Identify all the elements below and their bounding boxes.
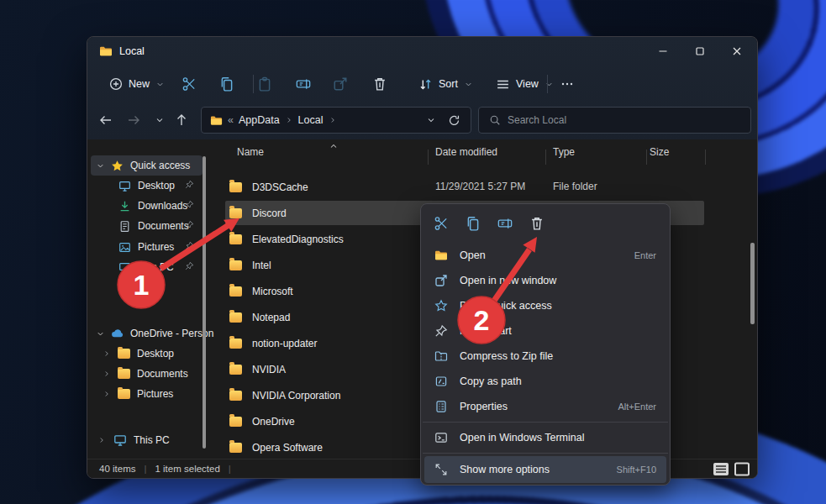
sidebar-item-label: Desktop — [138, 180, 175, 192]
sidebar-item-onedrive-desktop[interactable]: Desktop — [91, 344, 203, 364]
file-type: File folder — [553, 181, 597, 192]
share-button[interactable] — [325, 69, 355, 99]
menu-item-copy-as-path[interactable]: Copy as path — [424, 369, 666, 394]
menu-item-pin-to-start[interactable]: Pin to Start — [424, 318, 666, 344]
folder-icon — [118, 349, 130, 359]
column-divider[interactable] — [646, 150, 647, 165]
refresh-icon[interactable] — [448, 114, 460, 127]
file-row[interactable]: ElevatedDiagnostics — [225, 227, 344, 251]
close-button[interactable] — [718, 37, 755, 65]
forward-button[interactable] — [121, 108, 146, 133]
toolbar-divider — [547, 75, 548, 93]
large-icons-view-button[interactable] — [734, 462, 750, 476]
monitor-icon — [113, 433, 127, 447]
chevron-right-icon[interactable] — [97, 436, 106, 444]
new-button[interactable]: New — [101, 70, 173, 98]
menu-item-label: Open in Windows Terminal — [460, 432, 584, 444]
column-divider[interactable] — [428, 150, 429, 165]
sidebar-scrollbar[interactable] — [203, 156, 206, 449]
item-count: 40 items — [99, 464, 135, 474]
copy-button[interactable] — [460, 210, 487, 237]
view-button[interactable]: View — [488, 70, 561, 98]
sidebar-item-quick-access[interactable]: Quick access — [91, 155, 203, 176]
menu-item-open[interactable]: Open Enter — [424, 243, 666, 268]
sort-button[interactable]: Sort — [411, 70, 481, 98]
sidebar-item-pictures[interactable]: Pictures — [91, 237, 203, 257]
menu-item-pin-quick-access[interactable]: Pin to Quick access — [424, 293, 666, 318]
file-row-d3dscache[interactable]: D3DSCache — [225, 175, 308, 199]
cut-button[interactable] — [428, 210, 455, 237]
sidebar-item-this-pc-pinned[interactable]: This PC — [91, 257, 203, 277]
pin-icon — [185, 241, 194, 250]
rename-button[interactable] — [288, 69, 318, 99]
file-row[interactable]: NVIDIA — [225, 357, 286, 381]
sidebar-item-onedrive[interactable]: OneDrive - Person — [91, 323, 203, 344]
up-button[interactable] — [169, 108, 194, 133]
delete-button[interactable] — [523, 210, 550, 237]
chevron-right-icon[interactable] — [103, 390, 111, 398]
sidebar-item-onedrive-documents[interactable]: Documents — [91, 364, 203, 384]
sidebar-item-documents[interactable]: Documents — [91, 216, 203, 236]
menu-item-show-more-options[interactable]: Show more options Shift+F10 — [424, 456, 666, 483]
column-header-size[interactable]: Size — [650, 146, 669, 158]
column-header-type[interactable]: Type — [553, 146, 575, 158]
column-header-name[interactable]: Name — [237, 146, 264, 158]
copy-icon — [466, 216, 481, 231]
file-row[interactable]: OneDrive — [225, 409, 295, 433]
details-view-button[interactable] — [713, 462, 729, 476]
copy-button[interactable] — [212, 69, 242, 99]
rename-button[interactable] — [492, 210, 518, 237]
column-divider[interactable] — [705, 150, 706, 165]
folder-icon — [118, 389, 130, 399]
file-row[interactable]: notion-updater — [225, 331, 317, 355]
menu-item-properties[interactable]: Properties Alt+Enter — [424, 394, 666, 419]
paste-button[interactable] — [250, 69, 280, 99]
menu-item-compress-zip[interactable]: Compress to Zip file — [424, 344, 666, 369]
file-row[interactable]: Notepad — [225, 305, 290, 329]
folder-icon — [229, 339, 242, 349]
column-header-date[interactable]: Date modified — [435, 146, 497, 158]
file-row[interactable]: Intel — [225, 253, 271, 277]
chevron-right-icon[interactable] — [103, 349, 111, 358]
sidebar-item-desktop[interactable]: Desktop — [91, 176, 203, 196]
file-list-scrollbar[interactable] — [750, 243, 755, 324]
chevron-down-icon[interactable] — [96, 329, 105, 339]
breadcrumb-local[interactable]: Local — [298, 114, 324, 126]
sidebar-item-label: This PC — [138, 261, 174, 273]
sidebar-item-this-pc[interactable]: This PC — [91, 430, 203, 450]
star-icon — [434, 299, 448, 312]
chevron-down-icon[interactable] — [96, 161, 105, 171]
pin-icon — [185, 180, 194, 189]
menu-item-open-windows-terminal[interactable]: Open in Windows Terminal — [424, 425, 666, 450]
chevron-right-icon[interactable] — [103, 370, 111, 378]
terminal-icon — [434, 431, 448, 444]
file-row[interactable]: Microsoft — [225, 279, 293, 303]
pin-icon — [434, 324, 448, 338]
caption-buttons — [644, 37, 755, 65]
download-icon — [118, 200, 131, 213]
address-row: « AppData Local — [87, 104, 757, 138]
breadcrumb-overflow[interactable]: « — [228, 114, 234, 126]
folder-icon — [229, 182, 242, 192]
menu-separator — [423, 422, 668, 423]
file-row[interactable]: NVIDIA Corporation — [225, 383, 340, 407]
sidebar-item-downloads[interactable]: Downloads — [91, 196, 203, 216]
column-divider[interactable] — [545, 150, 546, 165]
breadcrumb-appdata[interactable]: AppData — [239, 114, 280, 126]
delete-button[interactable] — [365, 69, 395, 99]
address-bar[interactable]: « AppData Local — [201, 107, 471, 134]
minimize-button[interactable] — [644, 37, 681, 65]
cut-button[interactable] — [174, 69, 204, 99]
search-input[interactable] — [506, 113, 750, 127]
navigation-pane: Quick access Desktop Downloads Documents… — [87, 139, 211, 460]
search-box[interactable] — [478, 107, 751, 134]
file-row[interactable]: Opera Software — [225, 435, 323, 459]
menu-item-open-new-window[interactable]: Open in new window — [424, 268, 666, 293]
address-dropdown-icon[interactable] — [426, 115, 436, 125]
back-button[interactable] — [93, 108, 118, 133]
folder-icon — [229, 312, 242, 323]
sidebar-item-onedrive-pictures[interactable]: Pictures — [91, 384, 203, 404]
maximize-button[interactable] — [681, 37, 718, 65]
monitor-icon — [118, 261, 131, 274]
see-more-button[interactable] — [552, 69, 582, 99]
